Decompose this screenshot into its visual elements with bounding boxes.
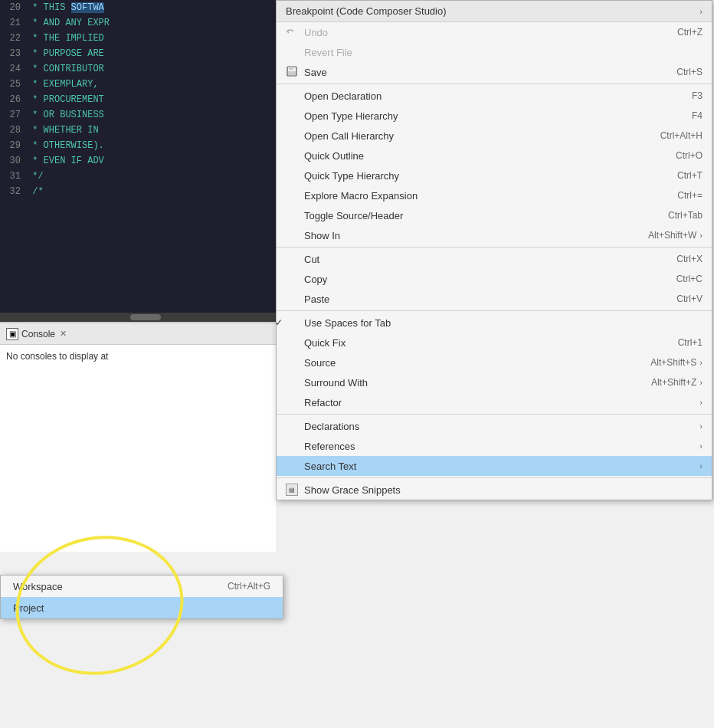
undo-icon — [286, 25, 298, 38]
surround-with-label: Surround With — [304, 377, 636, 389]
menu-item-breakpoint[interactable]: Breakpoint (Code Composer Studio) › — [277, 1, 712, 22]
console-icon: ▣ — [6, 328, 18, 340]
console-panel: ▣ Console ✕ No consoles to display at — [0, 322, 276, 552]
menu-item-declarations[interactable]: Declarations › — [277, 416, 712, 436]
menu-item-toggle-source[interactable]: Toggle Source/Header Ctrl+Tab — [277, 205, 712, 225]
refactor-label: Refactor — [304, 397, 696, 408]
menu-item-open-call-hierarchy[interactable]: Open Call Hierarchy Ctrl+Alt+H — [277, 126, 712, 146]
open-call-hierarchy-shortcut: Ctrl+Alt+H — [660, 130, 703, 141]
editor-line-29: 29 * OTHERWISE). — [0, 138, 276, 153]
source-arrow-icon: › — [699, 358, 703, 367]
editor-line-26: 26 * PROCUREMENT — [0, 92, 276, 107]
menu-item-search-text[interactable]: Search Text › — [277, 456, 712, 476]
editor-line-20: 20 * THIS SOFTWA — [0, 0, 276, 15]
menu-item-open-declaration[interactable]: Open Declaration F3 — [277, 86, 712, 106]
submenu-item-workspace[interactable]: Workspace Ctrl+Alt+G — [1, 576, 283, 597]
editor-line-30: 30 * EVEN IF ADV — [0, 153, 276, 169]
search-text-submenu: Workspace Ctrl+Alt+G Project — [0, 575, 283, 619]
source-shortcut: Alt+Shift+S — [650, 357, 696, 368]
grace-snippets-icon: ▤ — [286, 484, 298, 496]
menu-item-quick-fix[interactable]: Quick Fix Ctrl+1 — [277, 333, 712, 353]
editor-line-25: 25 * EXEMPLARY, — [0, 77, 276, 92]
search-text-arrow-icon: › — [699, 461, 703, 471]
menu-item-quick-type-hierarchy[interactable]: Quick Type Hierarchy Ctrl+T — [277, 166, 712, 185]
open-declaration-shortcut: F3 — [692, 90, 703, 101]
quick-outline-label: Quick Outline — [304, 150, 660, 162]
console-title: Console — [21, 329, 55, 339]
copy-shortcut: Ctrl+C — [676, 274, 703, 284]
paste-shortcut: Ctrl+V — [676, 293, 703, 304]
menu-item-refactor[interactable]: Refactor › — [277, 392, 712, 412]
scrollbar-thumb[interactable] — [130, 314, 161, 320]
explore-macro-label: Explore Macro Expansion — [304, 190, 662, 202]
cut-label: Cut — [304, 254, 661, 265]
menu-item-save[interactable]: Save Ctrl+S — [277, 62, 712, 82]
separator-5 — [277, 477, 712, 478]
editor-line-23: 23 * PURPOSE ARE — [0, 46, 276, 61]
menu-item-references[interactable]: References › — [277, 436, 712, 456]
declarations-label: Declarations — [304, 421, 696, 432]
menu-item-source[interactable]: Source Alt+Shift+S › — [277, 353, 712, 372]
menu-item-quick-outline[interactable]: Quick Outline Ctrl+O — [277, 146, 712, 166]
svg-rect-2 — [288, 71, 296, 75]
context-menu: Breakpoint (Code Composer Studio) › Undo… — [276, 0, 712, 500]
refactor-arrow-icon: › — [699, 398, 703, 407]
separator-2 — [277, 247, 712, 248]
menu-item-show-grace[interactable]: ▤ Show Grace Snippets — [277, 480, 712, 500]
menu-item-paste[interactable]: Paste Ctrl+V — [277, 289, 712, 309]
menu-item-revert[interactable]: Revert File — [277, 42, 712, 62]
explore-macro-shortcut: Ctrl+= — [677, 190, 703, 201]
cut-shortcut: Ctrl+X — [676, 254, 703, 264]
separator-3 — [277, 310, 712, 311]
search-text-label: Search Text — [304, 461, 696, 472]
separator-4 — [277, 414, 712, 415]
console-body: No consoles to display at — [0, 345, 276, 368]
menu-item-explore-macro[interactable]: Explore Macro Expansion Ctrl+= — [277, 185, 712, 205]
workspace-label: Workspace — [13, 581, 228, 592]
menu-item-undo[interactable]: Undo Ctrl+Z — [277, 22, 712, 42]
surround-with-arrow-icon: › — [699, 378, 703, 387]
open-call-hierarchy-label: Open Call Hierarchy — [304, 130, 645, 142]
menu-item-open-type-hierarchy[interactable]: Open Type Hierarchy F4 — [277, 106, 712, 126]
quick-type-hierarchy-label: Quick Type Hierarchy — [304, 170, 662, 182]
submenu-item-project[interactable]: Project — [1, 597, 283, 618]
menu-item-cut[interactable]: Cut Ctrl+X — [277, 249, 712, 269]
declarations-arrow-icon: › — [699, 421, 703, 431]
menu-item-show-in[interactable]: Show In Alt+Shift+W › — [277, 225, 712, 245]
toggle-source-label: Toggle Source/Header — [304, 210, 653, 221]
console-close-button[interactable]: ✕ — [60, 329, 67, 339]
show-in-label: Show In — [304, 230, 633, 241]
console-header: ▣ Console ✕ — [0, 323, 276, 345]
breakpoint-label: Breakpoint (Code Composer Studio) — [286, 5, 699, 17]
menu-item-use-spaces[interactable]: Use Spaces for Tab — [277, 313, 712, 333]
editor-line-27: 27 * OR BUSINESS — [0, 107, 276, 123]
copy-label: Copy — [304, 274, 661, 285]
editor-line-22: 22 * THE IMPLIED — [0, 31, 276, 46]
editor-scrollbar[interactable] — [0, 313, 276, 322]
show-grace-label: Show Grace Snippets — [304, 484, 703, 496]
references-arrow-icon: › — [699, 441, 703, 451]
workspace-shortcut: Ctrl+Alt+G — [228, 581, 270, 592]
editor-line-32: 32 /* — [0, 184, 276, 199]
use-spaces-label: Use Spaces for Tab — [304, 317, 703, 329]
undo-shortcut: Ctrl+Z — [677, 27, 703, 38]
code-editor: 20 * THIS SOFTWA 21 * AND ANY EXPR 22 * … — [0, 0, 276, 322]
menu-item-surround-with[interactable]: Surround With Alt+Shift+Z › — [277, 372, 712, 392]
menu-item-copy[interactable]: Copy Ctrl+C — [277, 269, 712, 289]
editor-line-21: 21 * AND ANY EXPR — [0, 15, 276, 31]
open-declaration-label: Open Declaration — [304, 90, 676, 102]
revert-label: Revert File — [304, 47, 703, 58]
quick-fix-label: Quick Fix — [304, 337, 663, 349]
show-in-shortcut: Alt+Shift+W — [648, 230, 696, 241]
toggle-source-shortcut: Ctrl+Tab — [668, 210, 703, 221]
undo-label: Undo — [304, 27, 662, 38]
editor-line-28: 28 * WHETHER IN — [0, 123, 276, 138]
save-icon — [286, 65, 298, 77]
open-type-hierarchy-label: Open Type Hierarchy — [304, 110, 676, 122]
surround-with-shortcut: Alt+Shift+Z — [651, 377, 696, 388]
quick-outline-shortcut: Ctrl+O — [676, 150, 703, 161]
svg-rect-1 — [289, 67, 293, 70]
save-shortcut: Ctrl+S — [676, 67, 703, 77]
quick-type-hierarchy-shortcut: Ctrl+T — [677, 170, 703, 181]
console-no-display-text: No consoles to display at — [6, 351, 108, 362]
